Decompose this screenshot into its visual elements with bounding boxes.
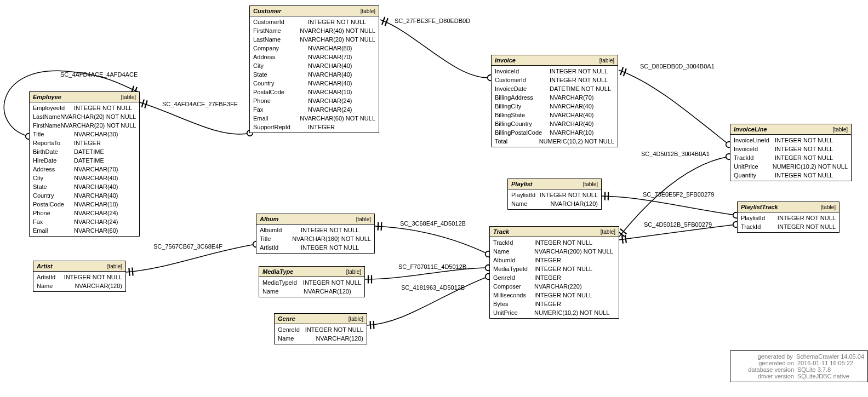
table-row: TrackIdINTEGER NOT NULL bbox=[490, 238, 619, 247]
column-type: INTEGER NOT NULL bbox=[74, 104, 132, 112]
column-type: INTEGER NOT NULL bbox=[550, 76, 608, 84]
table-row: PhoneNVARCHAR(24) bbox=[250, 96, 379, 105]
column-name: Quantity bbox=[734, 171, 775, 179]
column-type: NVARCHAR(40) bbox=[308, 79, 352, 87]
meta-val: SQLiteJDBC native bbox=[794, 373, 849, 379]
table-title: Invoice bbox=[495, 57, 516, 64]
meta-key: generated by bbox=[734, 353, 793, 360]
column-type: INTEGER NOT NULL bbox=[303, 279, 361, 286]
table-row: FaxNVARCHAR(24) bbox=[250, 105, 379, 114]
table-rows: ArtistIdINTEGER NOT NULLNameNVARCHAR(120… bbox=[33, 272, 125, 291]
column-type: NVARCHAR(40) bbox=[550, 120, 593, 128]
table-row: NameNVARCHAR(120) bbox=[275, 334, 367, 343]
column-name: MediaTypeId bbox=[262, 279, 303, 286]
table-mediatype: MediaType[table] MediaTypeIdINTEGER NOT … bbox=[259, 266, 365, 297]
table-playlist: Playlist[table] PlaylistIdINTEGER NOT NU… bbox=[507, 179, 602, 210]
table-row: TotalNUMERIC(10,2) NOT NULL bbox=[492, 137, 618, 146]
table-row: PlaylistIdINTEGER NOT NULL bbox=[508, 191, 601, 199]
column-type: NVARCHAR(24) bbox=[308, 106, 352, 113]
column-name: PostalCode bbox=[253, 88, 308, 96]
column-type: INTEGER NOT NULL bbox=[301, 226, 359, 234]
table-tag: [table] bbox=[356, 216, 371, 222]
table-rows: MediaTypeIdINTEGER NOT NULLNameNVARCHAR(… bbox=[259, 277, 364, 297]
table-rows: EmployeeIdINTEGER NOT NULLLastNameNVARCH… bbox=[30, 102, 139, 236]
table-tag: [table] bbox=[349, 316, 363, 322]
column-type: NVARCHAR(40) bbox=[550, 102, 593, 110]
table-title: Genre bbox=[278, 315, 295, 322]
column-type: NVARCHAR(80) bbox=[308, 44, 352, 52]
column-type: DATETIME bbox=[74, 157, 104, 164]
column-type: INTEGER NOT NULL bbox=[308, 18, 366, 26]
table-title: Customer bbox=[253, 8, 281, 14]
column-type: NVARCHAR(120) bbox=[316, 335, 363, 342]
table-row: CountryNVARCHAR(40) bbox=[30, 191, 139, 200]
column-name: City bbox=[33, 174, 74, 182]
table-row: TitleNVARCHAR(30) bbox=[30, 130, 139, 139]
column-type: NVARCHAR(10) bbox=[308, 88, 352, 96]
column-name: State bbox=[33, 183, 74, 191]
column-name: LastName bbox=[253, 36, 300, 43]
table-row: TrackIdINTEGER NOT NULL bbox=[738, 222, 839, 231]
meta-key: database version bbox=[734, 366, 794, 373]
column-name: FirstName bbox=[253, 27, 300, 34]
edge-invoiceline-track-label: SC_4D5012B_3004B0A1 bbox=[641, 151, 710, 157]
column-name: InvoiceId bbox=[495, 67, 550, 75]
column-name: Email bbox=[33, 227, 74, 234]
column-name: Name bbox=[278, 335, 316, 342]
table-row: StateNVARCHAR(40) bbox=[250, 70, 379, 79]
column-type: NVARCHAR(40) bbox=[74, 192, 118, 199]
column-name: Company bbox=[253, 44, 308, 52]
table-artist: Artist[table] ArtistIdINTEGER NOT NULLNa… bbox=[33, 261, 126, 292]
column-type: NVARCHAR(20) NOT NULL bbox=[61, 122, 136, 129]
column-name: BillingState bbox=[495, 111, 550, 119]
table-row: BirthDateDATETIME bbox=[30, 147, 139, 156]
meta-key: driver version bbox=[734, 373, 794, 379]
column-name: Address bbox=[253, 53, 308, 61]
table-tag: [table] bbox=[599, 57, 614, 64]
table-row: ArtistIdINTEGER NOT NULL bbox=[256, 243, 374, 252]
column-name: Phone bbox=[253, 97, 308, 105]
table-row: EmployeeIdINTEGER NOT NULL bbox=[30, 103, 139, 112]
column-type: NVARCHAR(70) bbox=[74, 165, 118, 173]
column-type: NVARCHAR(120) bbox=[304, 287, 351, 295]
table-row: InvoiceIdINTEGER NOT NULL bbox=[492, 67, 618, 76]
table-row: GenreIdINTEGER NOT NULL bbox=[275, 325, 367, 334]
column-type: NVARCHAR(120) bbox=[75, 282, 122, 290]
column-name: InvoiceDate bbox=[495, 85, 550, 93]
edge-invoice-customer-label: SC_27FBE3FE_D80EDB0D bbox=[395, 18, 470, 24]
table-tag: [table] bbox=[833, 126, 848, 133]
table-rows: InvoiceLineIdINTEGER NOT NULLInvoiceIdIN… bbox=[730, 135, 851, 181]
table-customer: Customer[table] CustomerIdINTEGER NOT NU… bbox=[249, 5, 379, 133]
table-title: Artist bbox=[37, 263, 53, 269]
column-name: InvoiceId bbox=[734, 145, 775, 153]
table-row: MediaTypeIdINTEGER NOT NULL bbox=[259, 278, 364, 287]
column-type: NUMERIC(10,2) NOT NULL bbox=[534, 309, 609, 317]
table-row: LastNameNVARCHAR(20) NOT NULL bbox=[30, 112, 139, 121]
table-row: PlaylistIdINTEGER NOT NULL bbox=[738, 214, 839, 222]
column-name: InvoiceLineId bbox=[734, 136, 775, 144]
table-row: PhoneNVARCHAR(24) bbox=[30, 209, 139, 217]
column-name: BillingCountry bbox=[495, 120, 550, 128]
column-type: INTEGER bbox=[74, 139, 101, 147]
column-type: INTEGER NOT NULL bbox=[534, 291, 592, 299]
column-name: UnitPrice bbox=[493, 309, 534, 317]
table-tag: [table] bbox=[821, 204, 836, 210]
column-name: City bbox=[253, 62, 308, 70]
edge-album-artist-label: SC_7567CB67_3C68E4F bbox=[153, 243, 222, 250]
table-row: CustomerIdINTEGER NOT NULL bbox=[250, 18, 379, 26]
column-type: NVARCHAR(40) bbox=[74, 174, 118, 182]
column-type: INTEGER NOT NULL bbox=[534, 265, 592, 273]
table-track: Track[table] TrackIdINTEGER NOT NULLName… bbox=[489, 226, 619, 319]
table-row: TitleNVARCHAR(160) NOT NULL bbox=[256, 234, 374, 243]
table-title: Employee bbox=[33, 94, 61, 100]
table-invoice: Invoice[table] InvoiceIdINTEGER NOT NULL… bbox=[491, 55, 618, 147]
table-rows: CustomerIdINTEGER NOT NULLFirstNameNVARC… bbox=[250, 16, 379, 133]
table-title: Playlist bbox=[511, 181, 533, 187]
table-row: ComposerNVARCHAR(220) bbox=[490, 282, 619, 291]
column-name: Title bbox=[33, 130, 74, 138]
table-row: CountryNVARCHAR(40) bbox=[250, 79, 379, 88]
table-rows: PlaylistIdINTEGER NOT NULLTrackIdINTEGER… bbox=[738, 212, 839, 232]
edge-track-genre-label: SC_4181963_4D5012B bbox=[401, 284, 465, 291]
column-type: NVARCHAR(220) bbox=[534, 283, 582, 290]
table-row: MillisecondsINTEGER NOT NULL bbox=[490, 291, 619, 300]
